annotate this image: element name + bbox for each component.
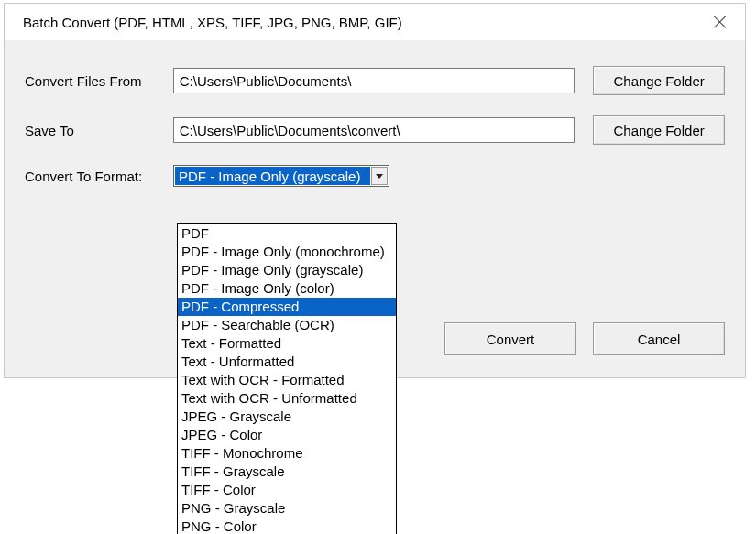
dialog-body: Convert Files From Change Folder Save To… — [5, 40, 745, 187]
titlebar: Batch Convert (PDF, HTML, XPS, TIFF, JPG… — [5, 4, 745, 40]
change-folder-from-button[interactable]: Change Folder — [593, 66, 725, 95]
change-folder-saveto-button[interactable]: Change Folder — [593, 115, 725, 145]
format-option[interactable]: TIFF - Monochrome — [178, 444, 396, 463]
format-option[interactable]: PDF - Searchable (OCR) — [178, 316, 396, 334]
row-convert-from: Convert Files From Change Folder — [25, 66, 725, 95]
format-option[interactable]: PNG - Color — [178, 518, 396, 534]
format-option[interactable]: PNG - Grayscale — [178, 499, 396, 518]
batch-convert-dialog: Batch Convert (PDF, HTML, XPS, TIFF, JPG… — [4, 3, 746, 378]
label-convert-from: Convert Files From — [25, 73, 173, 89]
input-convert-from[interactable] — [173, 68, 575, 93]
format-option[interactable]: Text with OCR - Formatted — [178, 371, 396, 389]
label-format: Convert To Format: — [25, 169, 173, 184]
dialog-title: Batch Convert (PDF, HTML, XPS, TIFF, JPG… — [23, 15, 402, 30]
format-combobox-selected: PDF - Image Only (grayscale) — [175, 167, 370, 185]
format-option[interactable]: TIFF - Grayscale — [178, 463, 396, 481]
format-option[interactable]: PDF - Compressed — [178, 298, 396, 316]
label-save-to: Save To — [25, 123, 173, 138]
format-combobox[interactable]: PDF - Image Only (grayscale) — [173, 165, 389, 187]
format-option[interactable]: TIFF - Color — [178, 481, 396, 499]
convert-button[interactable]: Convert — [444, 322, 576, 355]
format-option[interactable]: JPEG - Grayscale — [178, 408, 396, 426]
format-option[interactable]: Text - Formatted — [178, 334, 396, 353]
format-dropdown-list[interactable]: PDFPDF - Image Only (monochrome)PDF - Im… — [177, 223, 397, 534]
chevron-down-icon[interactable] — [371, 167, 388, 185]
input-save-to[interactable] — [173, 117, 575, 143]
footer-buttons: Convert Cancel — [444, 322, 725, 355]
row-save-to: Save To Change Folder — [25, 115, 725, 145]
format-option[interactable]: JPEG - Color — [178, 426, 396, 444]
close-icon[interactable] — [714, 16, 727, 28]
format-option[interactable]: PDF - Image Only (grayscale) — [178, 261, 396, 279]
format-option[interactable]: PDF — [178, 224, 396, 243]
cancel-button[interactable]: Cancel — [593, 322, 725, 355]
row-format: Convert To Format: PDF - Image Only (gra… — [25, 165, 725, 187]
format-option[interactable]: Text - Unformatted — [178, 353, 396, 371]
format-option[interactable]: PDF - Image Only (monochrome) — [178, 243, 396, 261]
format-option[interactable]: PDF - Image Only (color) — [178, 279, 396, 298]
format-option[interactable]: Text with OCR - Unformatted — [178, 389, 396, 408]
